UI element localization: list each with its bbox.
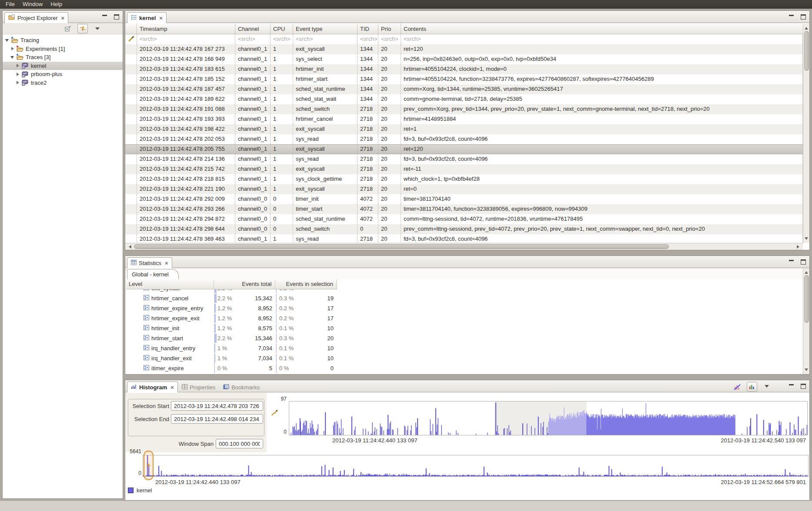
events-filter-row[interactable]: <srch><srch><srch><srch><srch><srch><src… xyxy=(125,34,803,44)
column-tid[interactable]: TID xyxy=(358,24,378,34)
fullrange-histogram-canvas[interactable] xyxy=(143,455,808,476)
collapse-arrow-icon[interactable] xyxy=(5,37,10,43)
column-events-total[interactable]: Events total xyxy=(214,279,276,289)
expand-arrow-icon[interactable] xyxy=(10,47,15,50)
statistics-row[interactable]: itimer_expire0 %50 %0 xyxy=(126,363,337,373)
window-span-input[interactable] xyxy=(216,439,263,448)
table-row[interactable]: 2012-03-19 11:24:42.478 168 949channel0_… xyxy=(125,54,803,64)
filter-channel[interactable]: <srch> xyxy=(235,34,271,44)
menu-file[interactable]: File xyxy=(2,0,19,9)
scroll-up-icon[interactable] xyxy=(805,269,808,274)
scroll-up-icon[interactable] xyxy=(805,25,808,30)
filter-cpu[interactable]: <srch> xyxy=(271,34,293,44)
table-row[interactable]: 2012-03-19 11:24:42.478 198 422channel0_… xyxy=(125,124,803,134)
statistics-row[interactable]: hrtimer_expire_entry1.2 %8,9520.2 %17 xyxy=(126,303,337,313)
table-row[interactable]: 2012-03-19 11:24:42.478 193 393channel0_… xyxy=(125,114,803,124)
view-menu-button[interactable] xyxy=(92,24,103,33)
maximize-button[interactable] xyxy=(801,384,806,389)
table-row[interactable]: 2012-03-19 11:24:42.478 205 755channel0_… xyxy=(125,144,803,154)
subtab-global-kernel[interactable]: Global - kernel xyxy=(127,269,179,279)
view-menu-button[interactable] xyxy=(762,382,772,392)
tree-item-prboom-plus[interactable]: prboom-plus xyxy=(3,70,123,79)
close-icon[interactable]: × xyxy=(165,260,168,266)
statistics-row[interactable]: irq_handler_exit1 %7,0340.1 %10 xyxy=(126,353,337,363)
statistics-row[interactable]: hrtimer_expire_exit1.2 %8,9520.2 %17 xyxy=(126,313,337,323)
scroll-down-icon[interactable] xyxy=(805,368,808,373)
tab-project-explorer[interactable]: Project Explorer × xyxy=(4,12,68,23)
close-icon[interactable]: × xyxy=(159,15,163,21)
close-icon[interactable]: × xyxy=(61,15,64,21)
minimize-button[interactable] xyxy=(102,15,107,19)
table-row[interactable]: 2012-03-19 11:24:42.478 221 190channel0_… xyxy=(125,184,803,194)
filter-prio[interactable]: <srch> xyxy=(378,34,401,44)
expand-arrow-icon[interactable] xyxy=(16,81,20,84)
selection-range-marker[interactable]: + xyxy=(144,451,154,480)
table-row[interactable]: 2012-03-19 11:24:42.478 189 622channel0_… xyxy=(125,94,803,104)
table-row[interactable]: 2012-03-19 11:24:42.478 191 088channel0_… xyxy=(125,104,803,114)
link-selection-icon[interactable] xyxy=(270,409,278,419)
scroll-left-icon[interactable] xyxy=(127,245,131,249)
statistics-row[interactable]: hrtimer_init1.2 %8,5750.1 %10 xyxy=(126,323,337,333)
table-row[interactable]: 2012-03-19 11:24:42.478 202 053channel0_… xyxy=(125,134,803,144)
minimize-button[interactable] xyxy=(789,15,794,19)
collapse-arrow-icon[interactable] xyxy=(10,54,15,60)
events-vertical-scrollbar[interactable] xyxy=(803,24,809,243)
expand-arrow-icon[interactable] xyxy=(16,64,20,67)
table-row[interactable]: 2012-03-19 11:24:42.478 214 136channel0_… xyxy=(125,154,803,164)
timerange-histogram-plot[interactable] xyxy=(289,401,808,435)
timerange-histogram-canvas[interactable] xyxy=(289,402,807,435)
collapse-all-button[interactable] xyxy=(63,24,73,33)
column-timestamp[interactable]: Timestamp xyxy=(137,24,235,34)
tree-item-kernel[interactable]: kernel xyxy=(3,62,123,70)
column-event-type[interactable]: Event type xyxy=(293,24,358,34)
tree-item-tracing[interactable]: Tracing xyxy=(3,36,123,45)
statistics-clipped-row[interactable]: exit_syscall2.2 %0.3 % xyxy=(126,289,337,293)
tree-item-traces-3-[interactable]: Traces [3] xyxy=(3,53,123,62)
filter-contents[interactable]: <srch> xyxy=(401,34,803,44)
scroll-right-icon[interactable] xyxy=(797,245,801,249)
tab-histogram[interactable]: Histogram × xyxy=(127,382,178,392)
tree-item-experiments-1-[interactable]: Experiments [1] xyxy=(3,45,123,53)
scrollbar-thumb[interactable] xyxy=(804,31,809,71)
column-prio[interactable]: Prio xyxy=(378,24,401,34)
scroll-down-icon[interactable] xyxy=(805,237,808,242)
tab-kernel[interactable]: kernel × xyxy=(127,12,167,23)
trace-coloring-button[interactable] xyxy=(747,382,757,392)
tab-statistics[interactable]: Statistics × xyxy=(127,257,172,268)
search-wand-icon[interactable] xyxy=(128,36,134,43)
table-row[interactable]: 2012-03-19 11:24:42.478 215 742channel0_… xyxy=(125,164,803,174)
menu-window[interactable]: Window xyxy=(19,0,47,9)
filter-event-type[interactable]: <srch> xyxy=(293,34,358,44)
statistics-vertical-scrollbar[interactable] xyxy=(803,268,809,374)
minimize-button[interactable] xyxy=(789,384,794,388)
table-row[interactable]: 2012-03-19 11:24:42.478 218 815channel0_… xyxy=(125,174,803,184)
selection-end-input[interactable] xyxy=(171,414,263,424)
statistics-row[interactable]: hrtimer_start2.2 %15,3460.3 %20 xyxy=(126,333,337,343)
table-row[interactable]: 2012-03-19 11:24:42.478 293 266channel0_… xyxy=(125,204,803,214)
column-level[interactable]: Level xyxy=(126,279,214,289)
table-row[interactable]: 2012-03-19 11:24:42.478 298 644channel0_… xyxy=(125,224,803,234)
filter-timestamp[interactable]: <srch> xyxy=(137,34,235,44)
menu-help[interactable]: Help xyxy=(47,0,66,9)
maximize-button[interactable] xyxy=(801,259,806,265)
hide-lost-events-button[interactable] xyxy=(732,382,742,392)
statistics-row[interactable]: exit_syscall2.2 %0.3 % xyxy=(126,289,337,293)
scrollbar-thumb[interactable] xyxy=(134,244,669,249)
column-events-in-selection[interactable]: Events in selection xyxy=(275,279,337,289)
maximize-button[interactable] xyxy=(801,14,806,20)
table-row[interactable]: 2012-03-19 11:24:42.478 294 872channel0_… xyxy=(125,214,803,224)
scrollbar-thumb[interactable] xyxy=(804,275,809,323)
fullrange-histogram-plot[interactable] xyxy=(143,455,809,477)
link-with-editor-button[interactable] xyxy=(77,24,88,33)
filter-tid[interactable]: <srch> xyxy=(358,34,378,44)
close-icon[interactable]: × xyxy=(170,384,174,391)
table-row[interactable]: 2012-03-19 11:24:42.478 183 615channel0_… xyxy=(125,64,803,74)
column-contents[interactable]: Contents xyxy=(401,24,803,34)
tree-item-trace2[interactable]: trace2 xyxy=(3,79,123,87)
minimize-button[interactable] xyxy=(789,260,794,264)
events-horizontal-scrollbar[interactable] xyxy=(125,243,803,250)
maximize-button[interactable] xyxy=(114,14,119,20)
expand-arrow-icon[interactable] xyxy=(16,73,20,76)
table-row[interactable]: 2012-03-19 11:24:42.478 185 152channel0_… xyxy=(125,74,803,84)
table-row[interactable]: 2012-03-19 11:24:42.478 167 273channel0_… xyxy=(125,44,803,54)
